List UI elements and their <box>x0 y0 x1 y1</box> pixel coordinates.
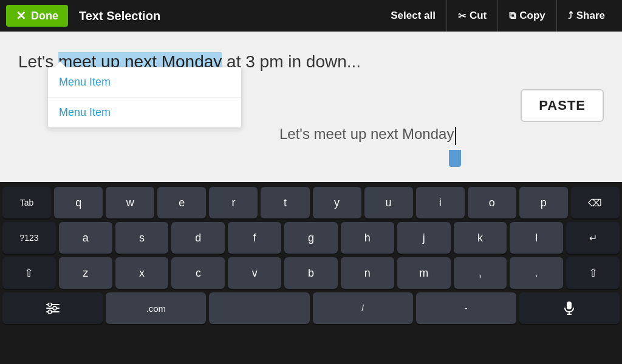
microphone-icon <box>564 302 575 315</box>
cut-button[interactable]: ✂ Cut <box>446 0 497 32</box>
key-b[interactable]: b <box>284 257 338 289</box>
context-menu: Menu Item Menu Item <box>47 67 242 128</box>
key-backspace[interactable]: ⌫ <box>571 187 620 218</box>
key-j[interactable]: j <box>397 222 451 254</box>
key-comma[interactable]: , <box>454 257 507 289</box>
second-line-text: Let's meet up next Monday <box>279 126 454 143</box>
share-label: Share <box>576 10 605 22</box>
key-q[interactable]: q <box>54 187 103 218</box>
key-k[interactable]: k <box>454 222 507 254</box>
key-y[interactable]: y <box>313 187 361 218</box>
paste-button[interactable]: PASTE <box>521 89 604 122</box>
select-all-button[interactable]: Select all <box>380 0 446 32</box>
settings-icon <box>46 303 60 314</box>
svg-point-5 <box>48 310 52 314</box>
key-r[interactable]: r <box>209 187 258 218</box>
key-shift-right[interactable]: ⇧ <box>566 257 620 289</box>
key-f[interactable]: f <box>228 222 281 254</box>
keyboard-row-2: ?123 a s d f g h j k l ↵ <box>2 222 620 254</box>
x-icon: ✕ <box>16 8 26 23</box>
menu-item-1[interactable]: Menu Item <box>48 67 241 98</box>
svg-rect-6 <box>567 302 572 309</box>
key-m[interactable]: m <box>397 257 451 289</box>
key-microphone[interactable] <box>519 292 620 324</box>
key-l[interactable]: l <box>510 222 563 254</box>
key-v[interactable]: v <box>228 257 281 289</box>
svg-point-4 <box>53 306 56 310</box>
text-after: at 3 pm in down... <box>222 52 361 71</box>
share-icon: ⤴ <box>568 10 573 21</box>
copy-label: Copy <box>519 10 545 22</box>
key-p[interactable]: p <box>519 187 568 218</box>
content-area: Let's meet up next Monday at 3 pm in dow… <box>0 32 622 182</box>
keyboard: Tab q w e r t y u i o p ⌫ ?123 a s d f g… <box>0 182 622 364</box>
keyboard-row-3: ⇧ z x c v b n m , . ⇧ <box>2 257 620 289</box>
key-i[interactable]: i <box>416 187 465 218</box>
key-dash[interactable]: - <box>416 292 516 324</box>
select-all-label: Select all <box>391 10 436 22</box>
share-button[interactable]: ⤴ Share <box>556 0 616 32</box>
key-c[interactable]: c <box>171 257 225 289</box>
copy-icon: ⧉ <box>509 10 516 21</box>
toolbar: ✕ Done Text Selection Select all ✂ Cut ⧉… <box>0 0 622 32</box>
key-numbers[interactable]: ?123 <box>2 222 56 254</box>
copy-button[interactable]: ⧉ Copy <box>497 0 556 32</box>
key-w[interactable]: w <box>106 187 154 218</box>
menu-item-2[interactable]: Menu Item <box>48 98 241 127</box>
key-n[interactable]: n <box>341 257 394 289</box>
key-z[interactable]: z <box>59 257 112 289</box>
key-x[interactable]: x <box>115 257 169 289</box>
done-label: Done <box>31 10 58 22</box>
cursor-handle[interactable] <box>449 150 461 167</box>
toolbar-title: Text Selection <box>79 9 380 23</box>
keyboard-row-1: Tab q w e r t y u i o p ⌫ <box>2 187 620 218</box>
key-space[interactable] <box>209 292 309 324</box>
key-settings[interactable] <box>2 292 103 324</box>
key-dotcom[interactable]: .com <box>106 292 206 324</box>
second-text-line: Let's meet up next Monday <box>279 126 456 149</box>
key-t[interactable]: t <box>261 187 309 218</box>
svg-point-3 <box>48 303 52 306</box>
text-cursor <box>455 127 456 145</box>
done-button[interactable]: ✕ Done <box>6 5 68 27</box>
key-h[interactable]: h <box>341 222 394 254</box>
key-u[interactable]: u <box>364 187 413 218</box>
key-enter[interactable]: ↵ <box>566 222 620 254</box>
key-tab[interactable]: Tab <box>2 187 51 218</box>
key-shift-left[interactable]: ⇧ <box>2 257 56 289</box>
key-d[interactable]: d <box>171 222 225 254</box>
scissors-icon: ✂ <box>458 10 466 22</box>
cut-label: Cut <box>470 10 487 22</box>
key-s[interactable]: s <box>115 222 169 254</box>
key-a[interactable]: a <box>59 222 112 254</box>
toolbar-actions: Select all ✂ Cut ⧉ Copy ⤴ Share <box>380 0 616 32</box>
key-e[interactable]: e <box>157 187 206 218</box>
key-o[interactable]: o <box>468 187 516 218</box>
key-g[interactable]: g <box>284 222 338 254</box>
key-period[interactable]: . <box>510 257 563 289</box>
key-slash[interactable]: / <box>313 292 413 324</box>
keyboard-row-4: .com / - <box>2 292 620 324</box>
